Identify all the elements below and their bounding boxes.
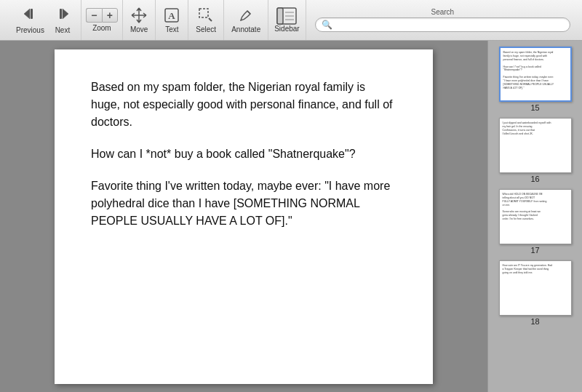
move-group[interactable]: Move: [123, 0, 156, 40]
svg-rect-1: [31, 9, 33, 19]
doc-paragraph-2: How can I *not* buy a book called "Shatn…: [91, 145, 396, 163]
thumbnail-content: When did HOLD ON BECAUSE I'M telling abo…: [503, 193, 568, 221]
search-area: Search 🔍: [309, 0, 576, 40]
search-input[interactable]: [335, 20, 564, 30]
thumbnail-item[interactable]: When did HOLD ON BECAUSE I'M telling abo…: [493, 189, 578, 255]
text-icon: A: [163, 7, 180, 24]
svg-text:A: A: [169, 10, 176, 21]
sidebar-icon: [276, 7, 297, 25]
previous-icon: [22, 6, 38, 22]
thumbnail-number: 15: [530, 103, 539, 112]
thumbnail-image: I just slipped and waterboarded myself w…: [499, 118, 572, 173]
svg-rect-9: [277, 8, 283, 24]
search-label: Search: [431, 8, 454, 16]
move-label: Move: [130, 25, 148, 33]
annotate-label: Annotate: [231, 25, 260, 33]
thumbnail-item[interactable]: I just slipped and waterboarded myself w…: [493, 118, 578, 183]
zoom-out-button[interactable]: −: [86, 8, 102, 23]
sidebar-label: Sidebar: [274, 25, 299, 33]
text-group[interactable]: A Text: [156, 0, 188, 40]
annotate-group[interactable]: Annotate: [224, 0, 268, 40]
thumbnail-sidebar[interactable]: Based on my spam folder, the Nigerian ro…: [487, 41, 582, 392]
document-area: Based on my spam folder, the Nigerian ro…: [0, 41, 487, 392]
thumbnail-number: 17: [530, 246, 539, 255]
document-page: Based on my spam folder, the Nigerian ro…: [55, 49, 433, 384]
thumbnail-item[interactable]: How cute am I? You are my generation. Ha…: [493, 260, 578, 326]
previous-label: Previous: [16, 26, 44, 34]
svg-marker-0: [24, 9, 30, 19]
svg-rect-6: [199, 9, 208, 17]
thumbnail-content: How cute am I? You are my generation. Ha…: [503, 264, 568, 275]
thumbnail-number: 18: [530, 317, 539, 326]
nav-group: Previous Next: [6, 0, 81, 40]
thumbnail-number: 16: [530, 175, 539, 183]
thumbnail-content: I just slipped and waterboarded myself w…: [503, 121, 568, 136]
search-input-wrap: 🔍: [315, 17, 570, 32]
thumbnail-image: When did HOLD ON BECAUSE I'M telling abo…: [499, 189, 572, 244]
next-icon: [55, 6, 71, 22]
move-icon: [130, 7, 148, 24]
doc-paragraph-1: Based on my spam folder, the Nigerian ro…: [91, 79, 396, 131]
main-area: Based on my spam folder, the Nigerian ro…: [0, 41, 582, 392]
text-label: Text: [165, 25, 178, 33]
select-label: Select: [196, 25, 216, 33]
annotate-icon: [237, 7, 255, 24]
thumbnail-item[interactable]: Based on my spam folder, the Nigerian ro…: [493, 47, 578, 112]
search-icon: 🔍: [322, 20, 332, 30]
select-group[interactable]: Select: [188, 0, 224, 40]
thumbnail-image: Based on my spam folder, the Nigerian ro…: [499, 47, 572, 102]
previous-button[interactable]: Previous: [12, 4, 49, 36]
svg-marker-2: [63, 9, 68, 19]
select-icon: [197, 7, 215, 24]
svg-rect-3: [60, 9, 62, 19]
next-button[interactable]: Next: [50, 4, 75, 36]
zoom-label: Zoom: [92, 24, 111, 32]
next-label: Next: [55, 26, 71, 34]
zoom-group: − + Zoom: [81, 0, 123, 40]
thumbnail-content: Based on my spam folder, the Nigerian ro…: [503, 51, 567, 90]
doc-paragraph-3: Favorite thing I've written today, maybe…: [91, 177, 396, 230]
toolbar: Previous Next − + Zoom Move: [0, 0, 582, 41]
sidebar-group[interactable]: Sidebar: [268, 0, 306, 40]
svg-line-7: [247, 11, 250, 14]
zoom-in-button[interactable]: +: [102, 8, 118, 23]
thumbnail-image: How cute am I? You are my generation. Ha…: [499, 260, 572, 316]
